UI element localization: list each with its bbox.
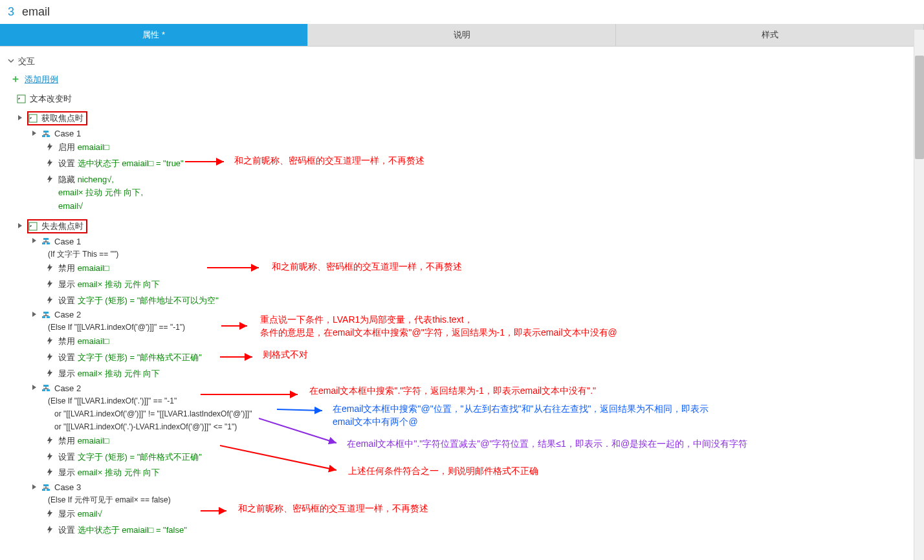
action-verb: 启用 (58, 142, 78, 152)
action-target: emaiail□ (78, 336, 109, 346)
action-verb: 显示 (58, 369, 78, 378)
case-condition-l3: or "[[LVAR1.indexOf('.')-LVAR1.indexOf('… (48, 420, 916, 433)
case-label: Case 2 (54, 383, 81, 393)
case-row[interactable]: Case 3 (31, 481, 916, 493)
arrow-icon (201, 506, 233, 516)
bolt-icon (45, 436, 54, 445)
svg-marker-20 (47, 264, 52, 272)
tab-style[interactable]: 样式 (616, 24, 924, 46)
chevron-down-icon (31, 237, 38, 245)
case-label: Case 2 (54, 310, 81, 319)
annotation-text: 在email文本框中搜索"."字符，返回结果为-1，即表示email文本中没有"… (309, 385, 596, 397)
case-label: Case 1 (54, 237, 81, 246)
bolt-icon (45, 296, 54, 305)
svg-marker-22 (47, 296, 52, 304)
header: 3 email (0, 0, 924, 24)
bolt-icon (45, 525, 54, 534)
action-set[interactable]: 设置 选中状态于 emaiail□ = "true" (45, 156, 916, 172)
action-show[interactable]: 显示 email× 推动 元件 向下 (45, 277, 916, 293)
action-target: 文字于 (矩形) = "邮件地址不可以为空" (78, 296, 219, 305)
action-disable[interactable]: 禁用 emaiail□ (45, 261, 916, 277)
tab-label: 说明 (454, 30, 470, 39)
action-verb: 设置 (58, 158, 78, 168)
case-condition: (If 文字于 This == "") (48, 248, 916, 261)
action-target: emaiail□ (78, 436, 109, 446)
case-icon (41, 129, 50, 138)
event-icon (28, 222, 38, 231)
svg-marker-31 (47, 369, 52, 377)
case-row[interactable]: Case 1 (31, 127, 916, 140)
tab-description[interactable]: 说明 (308, 24, 616, 46)
scrollbar[interactable] (914, 30, 924, 545)
action-verb: 设置 (58, 352, 78, 362)
action-verb: 禁用 (58, 436, 78, 446)
section-interaction-header[interactable]: 交互 (8, 53, 916, 70)
case-label: Case 1 (54, 129, 81, 138)
annotation-text: 和之前昵称、密码框的交互道理一样，不再赘述 (272, 261, 462, 273)
action-target: emaiail□ (78, 142, 109, 152)
svg-marker-47 (47, 510, 52, 517)
bolt-icon (45, 452, 54, 461)
action-set[interactable]: 设置 文字于 (矩形) = "邮件格式不正确" (45, 449, 916, 466)
action-target: 选中状态于 emaiail□ = "false" (78, 525, 187, 535)
svg-marker-39 (47, 453, 52, 460)
chevron-down-icon (31, 484, 38, 491)
event-on-focus[interactable]: 获取焦点时 Case 1 启用 emaiail□ 设置 选中状态于 emaiai… (17, 109, 916, 215)
case-condition: (Else If 元件可见于 email× == false) (48, 493, 916, 506)
case-row[interactable]: Case 1 (31, 235, 916, 248)
content-panel: 交互 ＋ 添加用例 文本改变时 获取焦点时 (0, 47, 924, 545)
action-set[interactable]: 设置 选中状态于 emaiail□ = "false" (45, 522, 916, 539)
case-icon (41, 483, 50, 492)
action-target: 文字于 (矩形) = "邮件格式不正确" (78, 352, 202, 362)
annotation-text: 重点说一下条件，LVAR1为局部变量，代表this.text， (260, 314, 473, 326)
case-icon (41, 383, 50, 393)
svg-marker-38 (47, 436, 52, 444)
annotation-text: 上述任何条件符合之一，则说明邮件格式不正确 (348, 466, 538, 477)
action-target: email√ (78, 509, 102, 519)
arrow-icon (220, 443, 343, 475)
svg-rect-35 (47, 389, 50, 391)
annotation-text: 在email文本框中"."字符位置减去"@"字符位置，结果≤1，即表示．和@是挨… (347, 438, 747, 450)
svg-line-54 (277, 409, 322, 411)
svg-rect-33 (43, 385, 49, 387)
arrow-icon (220, 352, 259, 362)
bolt-icon (45, 158, 54, 167)
svg-rect-44 (47, 489, 50, 491)
chevron-down-icon (31, 311, 38, 319)
svg-rect-25 (42, 316, 45, 318)
action-verb: 显示 (58, 509, 78, 519)
svg-marker-32 (32, 385, 36, 390)
case-icon (41, 237, 50, 246)
bolt-icon (45, 263, 54, 272)
action-set[interactable]: 设置 文字于 (矩形) = "邮件格式不正确" (45, 350, 916, 366)
scrollbar-thumb[interactable] (915, 56, 924, 159)
header-title: email (22, 5, 50, 19)
tab-attributes[interactable]: 属性* (0, 24, 308, 46)
event-label: 获取焦点时 (41, 113, 83, 124)
action-target: email× 推动 元件 向下 (78, 369, 160, 378)
action-show[interactable]: 显示 email× 推动 元件 向下 (45, 366, 916, 382)
action-verb: 设置 (58, 525, 78, 535)
svg-marker-30 (47, 353, 52, 361)
action-enable[interactable]: 启用 emaiail□ (45, 140, 916, 156)
plus-icon: ＋ (10, 72, 21, 86)
action-verb: 禁用 (58, 336, 78, 346)
svg-marker-40 (47, 468, 52, 476)
action-set[interactable]: 设置 文字于 (矩形) = "邮件地址不可以为空" (45, 293, 916, 309)
action-target-l3: email√ (58, 201, 83, 211)
event-icon (17, 94, 26, 103)
event-text-change[interactable]: 文本改变时 (17, 91, 916, 107)
chevron-down-icon (17, 114, 23, 122)
svg-line-55 (259, 418, 336, 443)
case-row[interactable]: Case 2 (31, 308, 916, 321)
arrow-icon (185, 156, 230, 167)
add-case-link[interactable]: 添加用例 (25, 74, 58, 85)
event-icon (28, 114, 38, 123)
event-label: 失去焦点时 (41, 221, 83, 232)
event-on-blur[interactable]: 失去焦点时 Case 1 (If 文字于 This == "") 禁用 emai… (17, 217, 916, 539)
arrow-icon (201, 389, 304, 400)
action-hide[interactable]: 隐藏 nicheng√, email× 拉动 元件 向下, email√ (45, 172, 916, 215)
add-case-row[interactable]: ＋ 添加用例 (8, 70, 916, 89)
header-number: 3 (8, 5, 14, 19)
action-show[interactable]: 显示 email√ (45, 506, 916, 522)
